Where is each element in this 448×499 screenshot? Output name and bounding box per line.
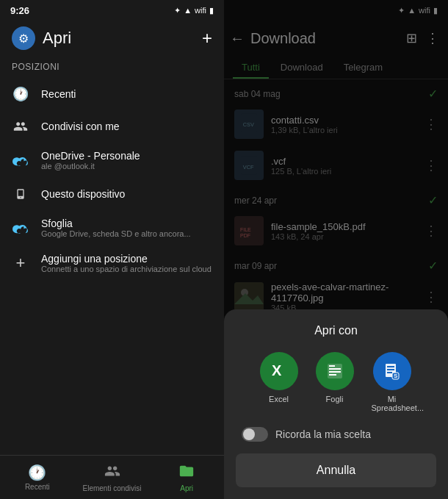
- nav-label-aggiungi: Aggiungi una posizione: [41, 253, 212, 265]
- excel-icon: X: [260, 352, 298, 390]
- left-header: ⚙ Apri +: [0, 21, 224, 59]
- remember-toggle[interactable]: [242, 427, 268, 442]
- remember-row: Ricorda la mia scelta: [236, 427, 436, 442]
- bottom-nav-recenti[interactable]: 🕐 Recenti: [0, 456, 75, 499]
- bottom-nav-condivisi[interactable]: Elementi condivisi: [75, 456, 150, 499]
- svg-rect-17: [387, 366, 394, 367]
- nav-label-sfoglia: Sfoglia: [41, 218, 191, 229]
- nav-text-sfoglia: Sfoglia Google Drive, scheda SD e altro …: [41, 218, 191, 238]
- bottom-nav-label-apri: Apri: [180, 484, 193, 492]
- sidebar-item-dispositivo[interactable]: Questo dispositivo: [0, 178, 224, 210]
- nav-sublabel-aggiungi: Connetti a uno spazio di archiviazione s…: [41, 265, 212, 273]
- left-panel-title: Apri: [43, 29, 71, 48]
- bottom-sheet-overlay: Apri con X Excel: [224, 0, 448, 499]
- svg-rect-14: [329, 374, 336, 376]
- fogli-label: Fogli: [326, 395, 344, 403]
- left-header-left: ⚙ Apri: [12, 26, 71, 50]
- status-time: 9:26: [10, 5, 29, 16]
- app-options: X Excel Fogli: [236, 352, 436, 412]
- bottom-nav: 🕐 Recenti Elementi condivisi Apri: [0, 455, 224, 499]
- sidebar-item-onedrive[interactable]: OneDrive - Personale ale @outlook.it: [0, 143, 224, 178]
- spreadsheet-label: Mi Spreadsheet...: [372, 395, 413, 412]
- status-icons-left: ✦ ▲ wifi ▮: [174, 6, 214, 15]
- nav-sublabel-sfoglia: Google Drive, scheda SD e altro ancora..…: [41, 229, 191, 238]
- add-location-button[interactable]: +: [202, 28, 212, 49]
- phone-icon: [12, 185, 29, 203]
- nav-text-condivisi: Condivisi con me: [41, 121, 120, 132]
- app-option-spreadsheet[interactable]: S Mi Spreadsheet...: [372, 352, 413, 412]
- svg-text:X: X: [272, 362, 282, 378]
- cloud-icon: [12, 219, 29, 237]
- app-option-excel[interactable]: X Excel: [260, 352, 298, 412]
- battery-icon: ▮: [209, 6, 214, 15]
- sidebar-item-aggiungi[interactable]: + Aggiungi una posizione Connetti a uno …: [0, 245, 224, 281]
- bottom-folder-icon: [178, 463, 195, 483]
- sidebar-item-recenti[interactable]: 🕐 Recenti: [0, 78, 224, 110]
- left-panel: 9:26 ✦ ▲ wifi ▮ ⚙ Apri + Posizioni 🕐 Rec…: [0, 0, 224, 499]
- signal-icon: ▲: [184, 6, 192, 15]
- app-option-fogli[interactable]: Fogli: [316, 352, 354, 412]
- excel-label: Excel: [269, 395, 289, 403]
- nav-label-recenti: Recenti: [41, 88, 76, 100]
- wifi-icon: wifi: [195, 6, 206, 15]
- sidebar-item-condivisi[interactable]: Condivisi con me: [0, 110, 224, 143]
- svg-rect-15: [329, 365, 335, 367]
- nav-sublabel-onedrive: ale @outlook.it: [41, 162, 140, 170]
- fogli-icon: [316, 352, 354, 390]
- sidebar-item-sfoglia[interactable]: Sfoglia Google Drive, scheda SD e altro …: [0, 210, 224, 245]
- svg-rect-18: [387, 369, 394, 370]
- nav-label-onedrive: OneDrive - Personale: [41, 150, 140, 162]
- bottom-share-icon: [104, 463, 120, 483]
- onedrive-icon: [12, 151, 29, 169]
- settings-icon[interactable]: ⚙: [12, 26, 35, 50]
- svg-rect-19: [387, 372, 392, 373]
- bottom-nav-label-condivisi: Elementi condivisi: [82, 484, 141, 492]
- nav-text-onedrive: OneDrive - Personale ale @outlook.it: [41, 150, 140, 170]
- add-icon: +: [12, 254, 29, 272]
- nav-label-dispositivo: Questo dispositivo: [41, 188, 125, 200]
- remember-label: Ricorda la mia scelta: [275, 428, 371, 440]
- nav-text-dispositivo: Questo dispositivo: [41, 188, 125, 200]
- posizioni-label: Posizioni: [0, 59, 224, 78]
- bottom-clock-icon: 🕐: [28, 464, 46, 481]
- clock-icon: 🕐: [12, 85, 29, 103]
- bottom-nav-label-recenti: Recenti: [25, 483, 50, 491]
- bottom-sheet: Apri con X Excel: [224, 309, 448, 499]
- svg-text:S: S: [394, 373, 398, 379]
- svg-rect-13: [329, 371, 341, 373]
- person-icon: [12, 118, 29, 135]
- status-bar-left: 9:26 ✦ ▲ wifi ▮: [0, 0, 224, 21]
- cancel-button[interactable]: Annulla: [236, 453, 436, 487]
- spreadsheet-icon: S: [373, 352, 411, 390]
- right-panel: ✦ ▲ wifi ▮ ← Download ⊞ ⋮ Tutti Download…: [224, 0, 448, 499]
- bottom-nav-apri[interactable]: Apri: [149, 456, 224, 499]
- nav-label-condivisi: Condivisi con me: [41, 121, 120, 132]
- bluetooth-icon: ✦: [174, 6, 181, 15]
- svg-rect-12: [329, 368, 341, 370]
- nav-text-recenti: Recenti: [41, 88, 76, 100]
- nav-text-aggiungi: Aggiungi una posizione Connetti a uno sp…: [41, 253, 212, 273]
- toggle-thumb: [243, 428, 255, 440]
- sheet-title: Apri con: [236, 324, 436, 337]
